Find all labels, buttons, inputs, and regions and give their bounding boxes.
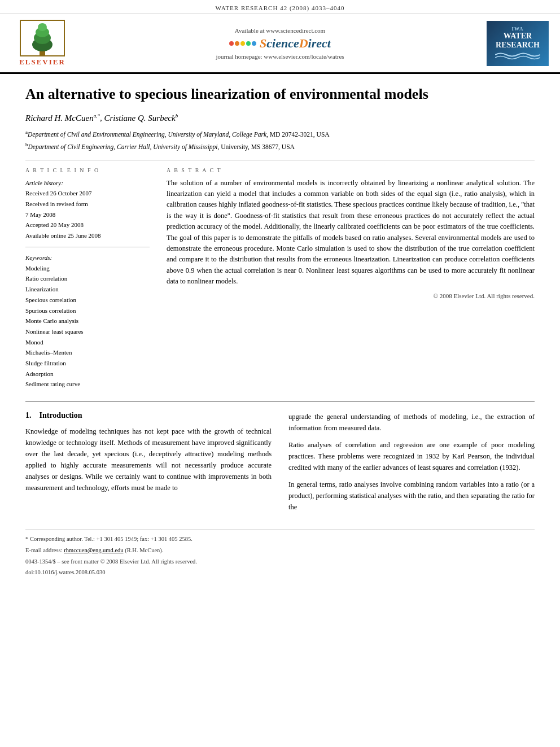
intro-para-general: In general terms, ratio analyses involve…	[288, 479, 535, 513]
abstract-text: The solution of a number of environmenta…	[167, 178, 535, 287]
received-date: Received 26 October 2007	[25, 188, 150, 199]
author-surbeck: Cristiane Q. Surbeckb	[104, 113, 178, 123]
dot-blue	[252, 41, 256, 46]
keyword-sludge: Sludge filtration	[25, 358, 150, 369]
keywords-section: Keywords: Modeling Ratio correlation Lin…	[25, 254, 150, 390]
intro-para-1: Knowledge of modeling techniques has not…	[25, 426, 272, 493]
keyword-monod: Monod	[25, 337, 150, 348]
keyword-monte-carlo: Monte Carlo analysis	[25, 316, 150, 326]
footer-email: E-mail address: rhmccuen@eng.umd.edu (R.…	[25, 546, 535, 556]
elsevier-label-text: ELSEVIER	[19, 58, 65, 67]
footer-email-link[interactable]: rhmccuen@eng.umd.edu	[64, 547, 123, 553]
iwa-label: IWA	[511, 26, 523, 32]
section-number: 1.	[25, 411, 32, 420]
keyword-nonlinear-ls: Nonlinear least squares	[25, 326, 150, 337]
intro-title: Introduction	[40, 411, 82, 420]
intro-heading: 1. Introduction	[25, 411, 272, 420]
dot-yellow	[240, 41, 245, 46]
copyright-text: © 2008 Elsevier Ltd. All rights reserved…	[167, 292, 535, 299]
elsevier-tree-icon	[20, 20, 65, 56]
sciencedirect-dots	[229, 41, 256, 46]
keyword-ratio-correlation: Ratio correlation	[25, 273, 150, 284]
top-divider	[25, 160, 535, 160]
available-at-text: Available at www.sciencedirect.com	[73, 27, 487, 34]
received-revised-label: Received in revised form	[25, 199, 150, 209]
footer-doi: doi:10.1016/j.watres.2008.05.030	[25, 568, 535, 578]
abstract-label: A B S T R A C T	[167, 167, 535, 173]
sciencedirect-text: ScienceDirect	[260, 36, 331, 51]
intro-divider	[25, 401, 535, 402]
affiliation-a: aDepartment of Civil and Environmental E…	[25, 129, 535, 139]
water-research-title: WATERRESEARCH	[496, 32, 540, 49]
accepted-date: Accepted 20 May 2008	[25, 220, 150, 230]
left-inner-divider	[25, 247, 150, 247]
available-online-date: Available online 25 June 2008	[25, 230, 150, 241]
center-banner: Available at www.sciencedirect.com Scien…	[73, 27, 487, 60]
dot-red	[229, 41, 234, 46]
intro-left-col: 1. Introduction Knowledge of modeling te…	[25, 411, 272, 518]
keyword-spurious-correlation: Spurious correlation	[25, 305, 150, 316]
info-abstract-columns: A R T I C L E I N F O Article history: R…	[25, 167, 535, 390]
footer-issn: 0043-1354/$ – see front matter © 2008 El…	[25, 557, 535, 567]
elsevier-logo: ELSEVIER	[11, 20, 73, 67]
publisher-banner: ELSEVIER Available at www.sciencedirect.…	[0, 14, 560, 74]
affiliation-b: bDepartment of Civil Engineering, Carrie…	[25, 141, 535, 152]
received-revised-date: 7 May 2008	[25, 209, 150, 220]
journal-homepage-text: journal homepage: www.elsevier.com/locat…	[73, 53, 487, 60]
history-heading: Article history:	[25, 178, 150, 189]
keyword-adsorption: Adsorption	[25, 369, 150, 379]
dot-green	[246, 41, 251, 46]
keywords-heading: Keywords:	[25, 254, 150, 261]
keyword-michaelis: Michaelis–Menten	[25, 347, 150, 358]
intro-right-col: upgrade the general understanding of met…	[288, 411, 535, 518]
sciencedirect-logo: ScienceDirect	[73, 36, 487, 51]
journal-header-text: WATER RESEARCH 42 (2008) 4033–4040	[216, 5, 345, 11]
article-title: An alternative to specious linearization…	[25, 85, 535, 104]
article-info-column: A R T I C L E I N F O Article history: R…	[25, 167, 150, 390]
intro-para-upgrade: upgrade the general understanding of met…	[288, 411, 535, 434]
keyword-sediment: Sediment rating curve	[25, 379, 150, 390]
authors-line: Richard H. McCuena,*, Cristiane Q. Surbe…	[25, 113, 535, 123]
keyword-linearization: Linearization	[25, 284, 150, 295]
intro-para-ratio: Ratio analyses of correlation and regres…	[288, 439, 535, 473]
journal-header: WATER RESEARCH 42 (2008) 4033–4040	[0, 0, 560, 14]
article-body: An alternative to specious linearization…	[0, 74, 560, 591]
water-waves-icon	[495, 49, 540, 60]
abstract-column: A B S T R A C T The solution of a number…	[167, 167, 535, 390]
article-info-label: A R T I C L E I N F O	[25, 167, 150, 173]
article-footer: * Corresponding author. Tel.: +1 301 405…	[25, 530, 535, 578]
author-mccuen: Richard H. McCuena,*	[25, 113, 100, 123]
footer-corresponding: * Corresponding author. Tel.: +1 301 405…	[25, 535, 535, 544]
affiliations: aDepartment of Civil and Environmental E…	[25, 129, 535, 152]
svg-point-4	[38, 23, 47, 31]
keyword-specious-correlation: Specious correlation	[25, 295, 150, 305]
keyword-modeling: Modeling	[25, 263, 150, 274]
dot-orange	[235, 41, 239, 46]
article-history: Article history: Received 26 October 200…	[25, 178, 150, 241]
water-research-logo: IWA WATERRESEARCH	[487, 21, 549, 66]
introduction-columns: 1. Introduction Knowledge of modeling te…	[25, 411, 535, 518]
